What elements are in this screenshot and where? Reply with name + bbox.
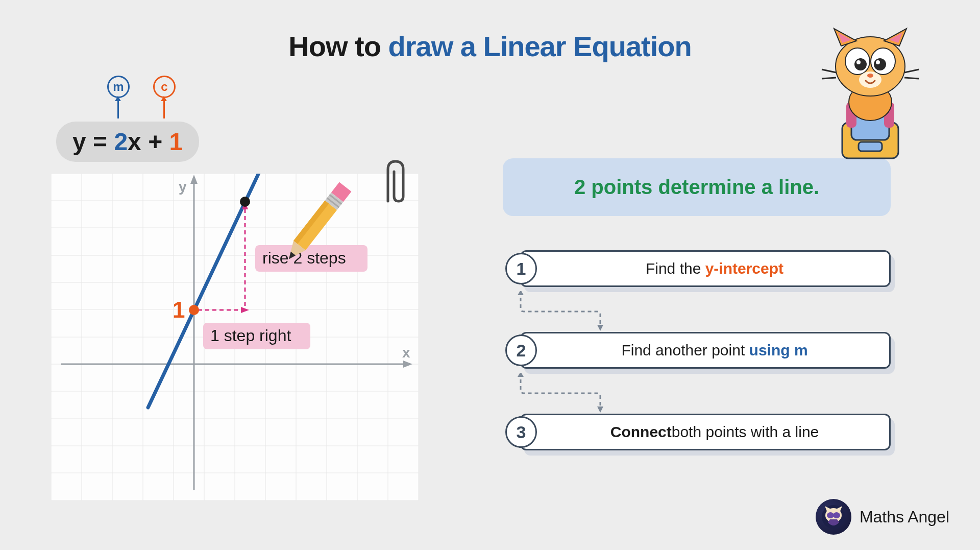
step-connector-1 (516, 291, 618, 332)
step-body: 1 Find the y-intercept (520, 250, 891, 287)
equation-block: m c y = 2x + 1 (56, 76, 199, 162)
step-keyword: using m (749, 342, 808, 359)
svg-line-56 (904, 78, 919, 79)
step-text-prefix: Find another point (621, 342, 745, 359)
x-axis-label: x (402, 345, 410, 361)
cat-mascot-icon (812, 26, 924, 169)
run-arrow-icon (241, 307, 249, 313)
equation-param-labels: m c (56, 76, 199, 122)
intercept-label-badge: c (153, 76, 176, 98)
title-prefix: How to (288, 30, 388, 62)
page-title: How to draw a Linear Equation (288, 30, 691, 63)
svg-point-47 (854, 58, 867, 70)
step-item: 1 Find the y-intercept (503, 250, 891, 287)
paperclip-icon (378, 155, 413, 211)
step-item: 3 Connect both points with a line (503, 414, 891, 450)
svg-marker-37 (518, 373, 524, 377)
coordinate-graph: y x 1 rise 2 steps 1 step right (51, 174, 419, 500)
step-keyword: y-intercept (705, 260, 783, 277)
step-text-prefix: Find the (646, 260, 701, 277)
graph-svg: y x 1 rise 2 steps 1 step right (51, 174, 419, 500)
y-axis-arrow-icon (190, 175, 198, 184)
step-connector-2 (516, 373, 618, 414)
svg-point-49 (856, 60, 861, 64)
equation-c: 1 (169, 128, 183, 155)
step-number: 3 (505, 416, 537, 448)
arrow-to-m-icon (117, 100, 119, 118)
svg-point-50 (876, 60, 880, 64)
run-note: 1 step right (210, 326, 291, 345)
brand-logo-icon (816, 499, 851, 535)
step-body: 2 Find another point using m (520, 332, 891, 369)
title-highlight: draw a Linear Equation (388, 30, 692, 62)
intercept-label: c (161, 80, 167, 94)
equation-display: y = 2x + 1 (56, 122, 199, 162)
equation-mid: x + (128, 128, 169, 155)
svg-point-59 (827, 512, 834, 518)
equation-lhs: y = (72, 128, 114, 155)
svg-point-48 (874, 58, 886, 70)
step-bold-word: Connect (610, 423, 672, 441)
intercept-value-label: 1 (173, 297, 185, 322)
y-axis-label: y (179, 179, 187, 195)
slope-label-badge: m (107, 76, 130, 98)
slope-label: m (113, 80, 124, 94)
svg-line-53 (822, 69, 836, 73)
step-number: 2 (505, 334, 537, 366)
second-point (240, 197, 250, 207)
svg-point-52 (867, 74, 873, 78)
brand-footer: Maths Angel (816, 499, 949, 535)
step-body: 3 Connect both points with a line (520, 414, 891, 450)
plotted-line (148, 174, 281, 408)
step-number: 1 (505, 253, 537, 284)
svg-marker-35 (518, 291, 524, 295)
svg-marker-36 (597, 406, 603, 413)
svg-line-54 (822, 78, 836, 79)
step-text-rest: both points with a line (672, 423, 819, 441)
step-item: 2 Find another point using m (503, 332, 891, 369)
svg-rect-40 (859, 142, 882, 151)
key-concept-text: 2 points determine a line. (574, 176, 819, 198)
svg-point-60 (833, 512, 840, 518)
arrow-to-c-icon (163, 100, 165, 118)
y-intercept-point (189, 305, 199, 315)
svg-marker-34 (597, 325, 603, 331)
equation-m: 2 (114, 128, 128, 155)
x-axis-arrow-icon (403, 361, 412, 368)
brand-name: Maths Angel (860, 508, 949, 527)
svg-line-55 (904, 69, 919, 73)
